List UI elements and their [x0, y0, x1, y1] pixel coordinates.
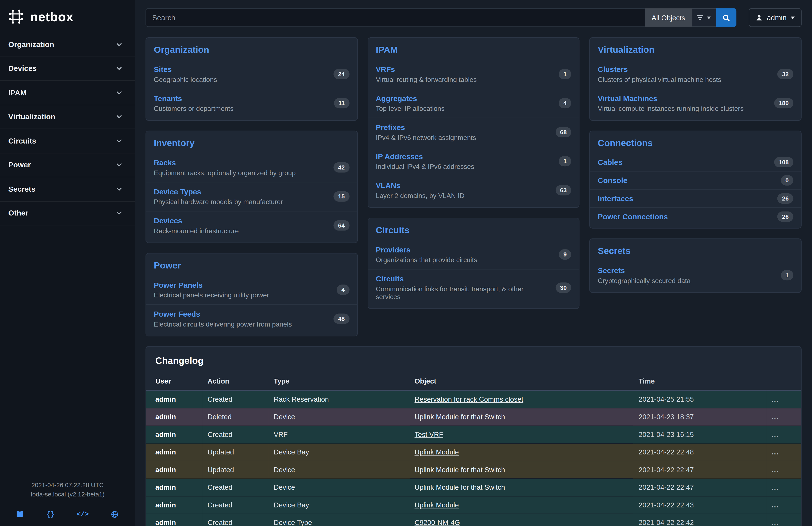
chevron-down-icon — [116, 210, 123, 217]
cell-object: Uplink Module for that Switch — [409, 408, 633, 426]
cell-time: 2021-04-22 22:47 — [633, 479, 766, 496]
card-title[interactable]: Circuits — [368, 218, 579, 241]
card-title[interactable]: Secrets — [590, 239, 801, 261]
list-item-text: Racks Equipment racks, optionally organi… — [154, 158, 295, 177]
object-link[interactable]: Uplink Module — [415, 448, 459, 456]
card-title[interactable]: Organization — [146, 38, 357, 60]
sidebar-item-virtualization[interactable]: Virtualization — [0, 105, 135, 129]
search-scope-button[interactable]: All Objects — [645, 8, 692, 27]
list-item-link[interactable]: Power Connections — [598, 213, 668, 221]
chevron-down-icon — [707, 16, 711, 19]
sidebar-item-power[interactable]: Power — [0, 153, 135, 177]
cell-time: 2021-04-22 22:43 — [633, 496, 766, 514]
card-title[interactable]: IPAM — [368, 38, 579, 60]
table-row-created: admin Created Device Bay Uplink Module 2… — [146, 496, 801, 514]
sidebar-item-circuits[interactable]: Circuits — [0, 129, 135, 153]
card-title[interactable]: Power — [146, 254, 357, 276]
user-menu-button[interactable]: admin — [749, 8, 802, 27]
search-filter-button[interactable] — [692, 8, 716, 27]
brand-home-link[interactable]: netbox — [0, 0, 135, 33]
list-item-link[interactable]: Secrets — [598, 266, 625, 275]
list-item-devices: Devices Rack-mounted infrastructure 64 — [146, 211, 357, 240]
column-header-time: Time — [633, 372, 766, 390]
card-title[interactable]: Inventory — [146, 131, 357, 154]
cell-time: 2021-04-25 21:55 — [633, 390, 766, 408]
list-item-link[interactable]: Device Types — [154, 188, 201, 196]
cell-actions: ... — [766, 479, 801, 496]
docs-link[interactable] — [16, 510, 24, 518]
list-item-cables: Cables 108 — [590, 154, 801, 171]
sidebar-item-label: Organization — [8, 40, 54, 48]
row-menu-button[interactable]: ... — [771, 395, 779, 403]
list-item-link[interactable]: Power Panels — [154, 281, 203, 289]
list-item-link[interactable]: Power Feeds — [154, 310, 200, 318]
table-row-created: admin Created Device Type C9200-NM-4G 20… — [146, 514, 801, 526]
row-menu-button[interactable]: ... — [771, 501, 779, 509]
list-item-link[interactable]: Prefixes — [376, 123, 405, 131]
sidebar-item-organization[interactable]: Organization — [0, 33, 135, 57]
card-circuits: Circuits Providers Organizations that pr… — [367, 218, 580, 309]
card-title[interactable]: Virtualization — [590, 38, 801, 60]
count-badge: 63 — [555, 185, 571, 196]
braces-icon: {} — [46, 510, 54, 518]
list-item-desc: Physical hardware models by manufacturer — [154, 198, 283, 206]
card-title[interactable]: Connections — [590, 131, 801, 154]
object-link[interactable]: C9200-NM-4G — [415, 519, 460, 526]
cell-action: Created — [202, 426, 269, 443]
cell-user: admin — [146, 426, 202, 443]
list-item-link[interactable]: Virtual Machines — [598, 94, 657, 103]
list-item-aggregates: Aggregates Top-level IP allocations 4 — [368, 89, 579, 117]
community-link[interactable] — [111, 510, 119, 518]
list-item-link[interactable]: VLANs — [376, 181, 401, 189]
list-item-text: Sites Geographic locations — [154, 65, 217, 83]
cell-actions: ... — [766, 408, 801, 426]
list-item-text: Interfaces — [598, 194, 633, 203]
list-item-link[interactable]: Racks — [154, 158, 176, 167]
count-badge: 64 — [333, 221, 349, 231]
list-item-desc: Electrical circuits delivering power fro… — [154, 320, 292, 328]
list-item-link[interactable]: Sites — [154, 65, 172, 73]
list-item-text: Power Panels Electrical panels receiving… — [154, 280, 269, 299]
list-item-text: Clusters Clusters of physical virtual ma… — [598, 65, 721, 83]
list-item-link[interactable]: Providers — [376, 246, 410, 254]
row-menu-button[interactable]: ... — [771, 484, 779, 492]
rest-api-link[interactable]: {} — [46, 510, 54, 518]
list-item-text: Power Feeds Electrical circuits deliveri… — [154, 310, 292, 328]
chevron-down-icon — [116, 185, 123, 193]
list-item-sites: Sites Geographic locations 24 — [146, 60, 357, 89]
source-code-link[interactable]: </> — [77, 510, 89, 518]
list-item-link[interactable]: Interfaces — [598, 195, 633, 203]
row-menu-button[interactable]: ... — [771, 519, 779, 526]
list-item-link[interactable]: Console — [598, 176, 627, 184]
object-link[interactable]: Reservation for rack Comms closet — [415, 395, 523, 403]
list-item-link[interactable]: Cables — [598, 158, 622, 166]
row-menu-button[interactable]: ... — [771, 448, 779, 456]
card-column-1: Organization Sites Geographic locations … — [146, 37, 358, 337]
list-item-link[interactable]: Tenants — [154, 94, 182, 103]
chevron-down-icon — [116, 89, 123, 96]
sidebar-item-other[interactable]: Other — [0, 201, 135, 225]
count-badge: 30 — [555, 282, 571, 293]
list-item-link[interactable]: Clusters — [598, 65, 628, 73]
table-row-created: admin Created Device Uplink Module for t… — [146, 479, 801, 496]
list-item-link[interactable]: Circuits — [376, 275, 404, 283]
search-submit-button[interactable] — [716, 8, 736, 27]
search-input[interactable] — [146, 8, 645, 27]
row-menu-button[interactable]: ... — [771, 466, 779, 474]
sidebar-item-label: Secrets — [8, 185, 35, 193]
cell-action: Deleted — [202, 408, 269, 426]
list-item-link[interactable]: Aggregates — [376, 94, 417, 103]
list-item-link[interactable]: VRFs — [376, 65, 395, 73]
object-link[interactable]: Uplink Module — [415, 501, 459, 509]
row-menu-button[interactable]: ... — [771, 413, 779, 421]
list-item-link[interactable]: Devices — [154, 216, 182, 225]
sidebar-item-devices[interactable]: Devices — [0, 57, 135, 81]
sidebar-item-secrets[interactable]: Secrets — [0, 177, 135, 201]
object-link[interactable]: Test VRF — [415, 430, 443, 438]
row-menu-button[interactable]: ... — [771, 430, 779, 438]
count-badge: 48 — [333, 313, 349, 324]
list-item-link[interactable]: IP Addresses — [376, 152, 423, 161]
list-item-racks: Racks Equipment racks, optionally organi… — [146, 154, 357, 182]
list-item-text: Aggregates Top-level IP allocations — [376, 94, 445, 112]
sidebar-item-ipam[interactable]: IPAM — [0, 81, 135, 105]
